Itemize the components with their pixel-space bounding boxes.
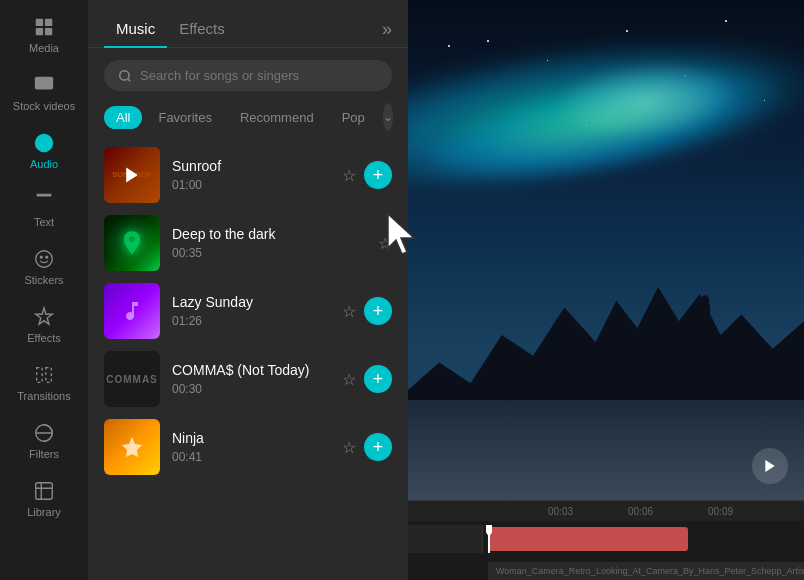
- timeline-track-video: [408, 525, 804, 553]
- sidebar-item-transitions[interactable]: Transitions: [0, 356, 88, 410]
- song-duration-lazy-sunday: 01:26: [172, 314, 330, 328]
- sidebar-item-stock[interactable]: Stock videos: [0, 66, 88, 120]
- timeline-marker-2: 00:06: [628, 506, 653, 517]
- svg-marker-13: [126, 168, 138, 183]
- sidebar-item-effects-label: Effects: [27, 332, 60, 344]
- timeline: 00:03 00:06 00:09 Woman_Camera_Retro_Loo…: [408, 500, 804, 580]
- song-item-commas[interactable]: COMMAS COMMA$ (Not Today) 00:30 ☆ +: [88, 345, 408, 413]
- song-thumb-sunroof: SUNROOF: [104, 147, 160, 203]
- search-bar: [104, 60, 392, 91]
- favorite-deep-dark-button[interactable]: ☆: [378, 234, 392, 253]
- sidebar-item-media-label: Media: [29, 42, 59, 54]
- search-icon: [118, 69, 132, 83]
- song-thumb-lazy-sunday: [104, 283, 160, 339]
- sidebar-item-text-label: Text: [34, 216, 54, 228]
- song-thumb-deep-dark: [104, 215, 160, 271]
- add-ninja-button[interactable]: +: [364, 433, 392, 461]
- sidebar-item-stickers-label: Stickers: [24, 274, 63, 286]
- timeline-filename: Woman_Camera_Retro_Looking_At_Camera_By_…: [488, 562, 804, 580]
- favorite-sunroof-button[interactable]: ☆: [342, 166, 356, 185]
- tab-music[interactable]: Music: [104, 12, 167, 47]
- sidebar-item-filters-label: Filters: [29, 448, 59, 460]
- preview-image: [408, 0, 804, 500]
- svg-point-12: [120, 70, 129, 79]
- timeline-marker-1: 00:03: [548, 506, 573, 517]
- song-actions-commas: ☆ +: [342, 365, 392, 393]
- song-info-ninja: Ninja 00:41: [172, 430, 330, 464]
- favorite-lazy-sunday-button[interactable]: ☆: [342, 302, 356, 321]
- timeline-ruler: 00:03 00:06 00:09: [408, 501, 804, 521]
- sidebar-item-filters[interactable]: Filters: [0, 414, 88, 468]
- song-info-lazy-sunday: Lazy Sunday 01:26: [172, 294, 330, 328]
- song-info-commas: COMMA$ (Not Today) 00:30: [172, 362, 330, 396]
- favorite-commas-button[interactable]: ☆: [342, 370, 356, 389]
- song-title-sunroof: Sunroof: [172, 158, 330, 174]
- filter-pop[interactable]: Pop: [330, 106, 377, 129]
- song-actions-sunroof: ☆ +: [342, 161, 392, 189]
- sidebar-item-stickers[interactable]: Stickers: [0, 240, 88, 294]
- sidebar-item-library[interactable]: Library: [0, 472, 88, 526]
- filter-recommend[interactable]: Recommend: [228, 106, 326, 129]
- timeline-track-label: [408, 525, 483, 553]
- sidebar: Media Stock videos Audio Text Stickers E…: [0, 0, 88, 580]
- play-overlay-sunroof: [104, 147, 160, 203]
- timeline-clip-video[interactable]: [488, 527, 688, 551]
- add-lazy-sunday-button[interactable]: +: [364, 297, 392, 325]
- svg-point-7: [36, 251, 53, 268]
- favorite-ninja-button[interactable]: ☆: [342, 438, 356, 457]
- song-duration-ninja: 00:41: [172, 450, 330, 464]
- song-item-lazy-sunday[interactable]: Lazy Sunday 01:26 ☆ +: [88, 277, 408, 345]
- song-thumb-ninja: [104, 419, 160, 475]
- sidebar-item-audio[interactable]: Audio: [0, 124, 88, 178]
- sidebar-item-effects[interactable]: Effects: [0, 298, 88, 352]
- song-duration-sunroof: 01:00: [172, 178, 330, 192]
- timeline-marker-3: 00:09: [708, 506, 733, 517]
- song-duration-deep-dark: 00:35: [172, 246, 366, 260]
- svg-rect-4: [35, 77, 53, 90]
- song-title-commas: COMMA$ (Not Today): [172, 362, 330, 378]
- sidebar-item-media[interactable]: Media: [0, 8, 88, 62]
- svg-marker-16: [765, 460, 774, 472]
- svg-rect-0: [36, 19, 43, 26]
- tab-effects[interactable]: Effects: [167, 12, 237, 47]
- sidebar-item-stock-label: Stock videos: [13, 100, 75, 112]
- sidebar-item-text[interactable]: Text: [0, 182, 88, 236]
- song-list: SUNROOF Sunroof 01:00 ☆ +: [88, 141, 408, 580]
- svg-rect-2: [36, 28, 43, 35]
- song-title-deep-dark: Deep to the dark: [172, 226, 366, 242]
- search-input[interactable]: [140, 68, 378, 83]
- song-actions-ninja: ☆ +: [342, 433, 392, 461]
- song-item-ninja[interactable]: Ninja 00:41 ☆ +: [88, 413, 408, 481]
- song-actions-deep-dark: ☆: [378, 234, 392, 253]
- song-duration-commas: 00:30: [172, 382, 330, 396]
- song-item-deep-dark[interactable]: Deep to the dark 00:35 ☆: [88, 209, 408, 277]
- svg-point-15: [701, 295, 709, 306]
- snow-ground: [408, 400, 804, 500]
- filter-more-button[interactable]: ⌄: [383, 103, 393, 131]
- filter-all[interactable]: All: [104, 106, 142, 129]
- svg-point-8: [40, 256, 42, 258]
- song-thumb-commas: COMMAS: [104, 351, 160, 407]
- svg-rect-1: [45, 19, 52, 26]
- song-item-sunroof[interactable]: SUNROOF Sunroof 01:00 ☆ +: [88, 141, 408, 209]
- music-panel: Music Effects » All Favorites Recommend …: [88, 0, 408, 580]
- svg-point-6: [41, 140, 47, 146]
- collapse-panel-button[interactable]: »: [382, 19, 392, 40]
- filter-tabs: All Favorites Recommend Pop ⌄: [88, 103, 408, 141]
- song-info-sunroof: Sunroof 01:00: [172, 158, 330, 192]
- add-sunroof-button[interactable]: +: [364, 161, 392, 189]
- svg-rect-11: [36, 483, 53, 500]
- sidebar-item-transitions-label: Transitions: [17, 390, 70, 402]
- add-commas-button[interactable]: +: [364, 365, 392, 393]
- song-title-lazy-sunday: Lazy Sunday: [172, 294, 330, 310]
- song-title-ninja: Ninja: [172, 430, 330, 446]
- panel-tabs: Music Effects »: [88, 0, 408, 48]
- sidebar-item-library-label: Library: [27, 506, 61, 518]
- main-content: 00:03 00:06 00:09 Woman_Camera_Retro_Loo…: [408, 0, 804, 580]
- svg-point-9: [46, 256, 48, 258]
- preview-play-button[interactable]: [752, 448, 788, 484]
- filter-favorites[interactable]: Favorites: [146, 106, 223, 129]
- playhead: [488, 525, 490, 553]
- preview-area: [408, 0, 804, 500]
- song-info-deep-dark: Deep to the dark 00:35: [172, 226, 366, 260]
